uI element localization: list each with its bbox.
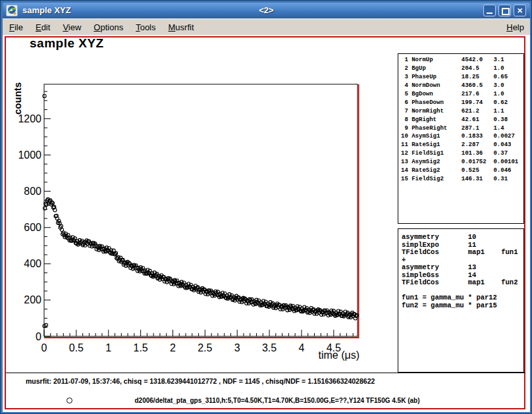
menu-item-file[interactable]: File [9, 22, 23, 32]
workspace-indicator: <2> [3, 5, 530, 15]
menu-item-tools[interactable]: Tools [136, 22, 155, 32]
maximize-icon [502, 8, 510, 15]
menu-item-options[interactable]: Options [93, 22, 123, 32]
close-icon: ✕ [517, 7, 523, 14]
pad-separator-line [6, 373, 525, 373]
theory-box[interactable]: asymmetry 10 simplExpo 11 TFieldCos map1… [398, 228, 524, 373]
minimize-button[interactable] [483, 5, 496, 16]
plot-title: sample XYZ [30, 36, 104, 51]
legend-run-label: d2006/deltat_pta_gps_3110,h:5,T0=4.50K,T… [27, 397, 527, 404]
minimize-icon [487, 13, 492, 14]
window-controls: ✕ [483, 5, 526, 16]
fit-parameters-text: 1 NormUp 4542.0 3.1 2 BgUp 204.5 1.0 3 P… [398, 54, 523, 184]
menu-item-help[interactable]: Help [506, 22, 524, 32]
fit-status-text: musrfit: 2011-07-09, 15:37:46, chisq = 1… [26, 377, 375, 385]
musrfit-root-window: + sample XYZ <2> ✕ FileEditViewOptionsTo… [0, 0, 532, 414]
fit-parameters-box[interactable]: 1 NormUp 4542.0 3.1 2 BgUp 204.5 1.0 3 P… [398, 53, 524, 224]
title-bar[interactable]: + sample XYZ <2> ✕ [3, 3, 530, 18]
menu-item-view[interactable]: View [63, 22, 81, 32]
theory-text: asymmetry 10 simplExpo 11 TFieldCos map1… [398, 229, 523, 309]
close-button[interactable]: ✕ [514, 5, 526, 16]
menu-item-musrfit[interactable]: Musrfit [169, 22, 194, 32]
menu-item-edit[interactable]: Edit [36, 22, 50, 32]
maximize-button[interactable] [498, 5, 511, 16]
menu-bar: FileEditViewOptionsToolsMusrfitHelp [3, 18, 530, 35]
